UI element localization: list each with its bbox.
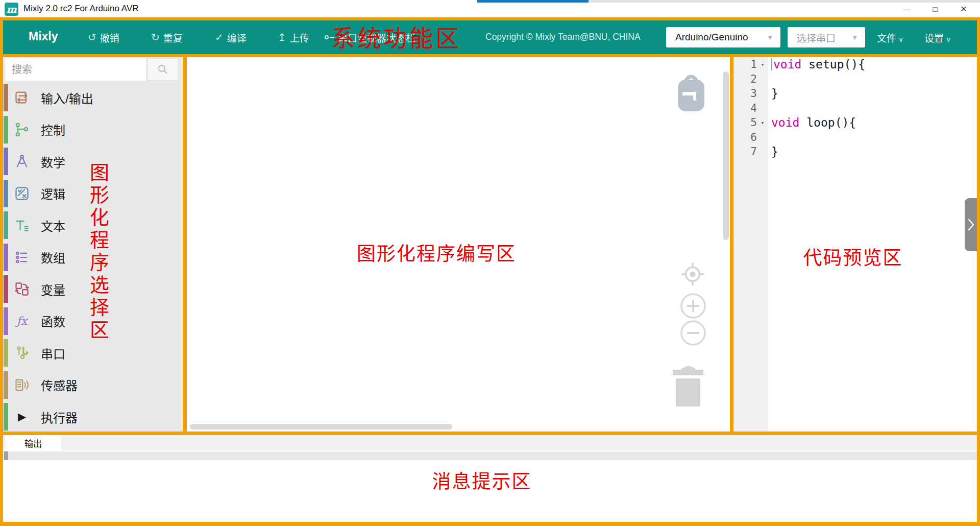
fold-arrow-icon[interactable]: ▾ <box>757 61 768 68</box>
search-input[interactable] <box>5 58 146 81</box>
board-select-value: Arduino/Genuino <box>675 32 748 43</box>
sidebar-item-array[interactable]: 数组 <box>3 242 183 274</box>
serial-plug-icon <box>14 345 30 361</box>
settings-menu-label: 设置 <box>924 33 944 44</box>
control-branch-icon <box>14 122 30 137</box>
actuator-play-icon: ▶ <box>14 409 30 424</box>
sidebar-item-logic[interactable]: 逻辑 <box>3 178 183 210</box>
maximize-button[interactable]: □ <box>921 0 949 17</box>
category-list: 输入/输出 控制 数学 逻辑 <box>3 82 183 433</box>
board-select[interactable]: Arduino/Genuino ▼ <box>666 27 780 47</box>
sidebar-item-math[interactable]: 数学 <box>3 146 183 178</box>
category-label: 文本 <box>41 217 65 234</box>
sidebar-item-text[interactable]: 文本 <box>3 209 183 242</box>
block-palette-sidebar: 输入/输出 控制 数学 逻辑 <box>3 57 183 432</box>
blocks-canvas[interactable] <box>187 57 730 432</box>
category-color-strip <box>4 275 8 303</box>
category-label: 串口 <box>41 344 65 362</box>
title-bar: m Mixly 2.0 rc2 For Arduino AVR — □ × <box>0 0 980 17</box>
sidebar-item-serial[interactable]: 串口 <box>3 337 183 369</box>
category-color-strip <box>4 180 8 207</box>
port-select[interactable]: 选择串口 ▼ <box>788 27 865 47</box>
category-color-strip <box>4 403 8 431</box>
io-icon <box>14 90 30 105</box>
file-menu[interactable]: 文件∨ <box>877 31 903 44</box>
array-list-icon <box>14 250 30 265</box>
category-color-strip <box>4 84 8 111</box>
window-title: Mixly 2.0 rc2 For Arduino AVR <box>23 4 139 14</box>
output-scrollbar-thumb[interactable] <box>4 451 8 460</box>
top-accent-strip <box>477 0 589 3</box>
math-compass-icon <box>14 154 30 169</box>
port-caret-icon: ▼ <box>851 34 858 41</box>
function-fx-icon: ƒx <box>14 314 30 329</box>
sidebar-item-io[interactable]: 输入/输出 <box>3 82 183 114</box>
minimize-button[interactable]: — <box>892 0 921 17</box>
sidebar-item-actuator[interactable]: ▶ 执行器 <box>3 401 183 433</box>
copyright-text: Copyright © Mixly Team@BNU, CHINA <box>485 32 641 42</box>
mixly-logo-icon: m <box>5 3 18 16</box>
board-caret-icon: ▼ <box>767 34 773 41</box>
code-line: 4 <box>733 101 977 116</box>
code-line: 7 } <box>733 145 977 159</box>
canvas-horizontal-scrollbar[interactable] <box>190 424 452 429</box>
redo-label: 重复 <box>163 31 183 44</box>
sidebar-item-function[interactable]: ƒx 函数 <box>3 305 183 338</box>
category-label: 函数 <box>41 312 65 330</box>
close-button[interactable]: × <box>949 0 978 17</box>
category-color-strip <box>4 148 8 175</box>
tab-output[interactable]: 输出 <box>5 435 61 450</box>
text-caret <box>771 58 772 70</box>
trash-icon[interactable] <box>671 362 705 408</box>
search-button[interactable] <box>147 58 179 81</box>
message-panel: 输出 <box>3 435 977 522</box>
compile-button[interactable]: ✓ 编译 <box>215 20 247 54</box>
category-color-strip <box>4 244 8 271</box>
canvas-vertical-scrollbar[interactable] <box>723 71 729 240</box>
undo-button[interactable]: ↺ 撤销 <box>88 20 119 54</box>
logic-check-cross-icon <box>14 186 30 201</box>
file-chevron-icon: ∨ <box>898 35 903 43</box>
compile-check-icon: ✓ <box>215 32 224 42</box>
code-line: 5 ▾ void loop(){ <box>733 115 977 130</box>
category-color-strip <box>4 307 8 335</box>
chevron-right-icon <box>966 218 975 232</box>
serial-monitor-button[interactable]: 串口监视器状态栏 <box>325 20 415 54</box>
main-toolbar: Mixly ↺ 撤销 ↻ 重复 ✓ 编译 ↥ 上传 串口监视器状态栏 Copyr… <box>3 20 977 54</box>
category-color-strip <box>4 339 8 367</box>
sidebar-item-sensor[interactable]: 传感器 <box>3 369 183 401</box>
output-scrollbar-track[interactable] <box>3 451 977 460</box>
serial-label: 串口监视器状态栏 <box>338 31 415 44</box>
sidebar-item-control[interactable]: 控制 <box>3 114 183 146</box>
category-color-strip <box>4 371 8 399</box>
port-select-value: 选择串口 <box>797 31 836 44</box>
fold-arrow-icon[interactable]: ▾ <box>757 119 768 126</box>
zoom-out-icon[interactable] <box>680 320 706 346</box>
brand-label[interactable]: Mixly <box>29 30 58 43</box>
category-label: 数学 <box>41 153 65 171</box>
category-label: 传感器 <box>41 376 78 394</box>
code-line: 3 } <box>733 86 977 101</box>
sidebar-item-variable[interactable]: 变量 <box>3 273 183 305</box>
recenter-icon[interactable] <box>681 262 704 286</box>
category-label: 控制 <box>41 121 65 138</box>
panel-expander-tab[interactable] <box>965 198 977 251</box>
category-label: 变量 <box>41 280 65 298</box>
category-color-strip <box>4 211 8 239</box>
undo-label: 撤销 <box>100 31 119 44</box>
code-line: 1 ▾ void setup(){ <box>733 57 977 72</box>
zoom-in-icon[interactable] <box>680 293 706 319</box>
text-icon <box>14 218 30 233</box>
redo-button[interactable]: ↻ 重复 <box>151 20 183 54</box>
category-label: 执行器 <box>41 408 78 426</box>
settings-menu[interactable]: 设置∨ <box>924 31 951 44</box>
category-color-strip <box>4 116 8 144</box>
output-tab-bar: 输出 <box>3 435 977 450</box>
code-line: 6 <box>733 130 977 145</box>
sensor-icon <box>14 377 30 393</box>
upload-button[interactable]: ↥ 上传 <box>278 20 309 54</box>
backpack-icon[interactable] <box>675 73 707 112</box>
upload-icon: ↥ <box>278 32 286 42</box>
undo-icon: ↺ <box>88 32 96 42</box>
category-label: 输入/输出 <box>41 89 93 107</box>
